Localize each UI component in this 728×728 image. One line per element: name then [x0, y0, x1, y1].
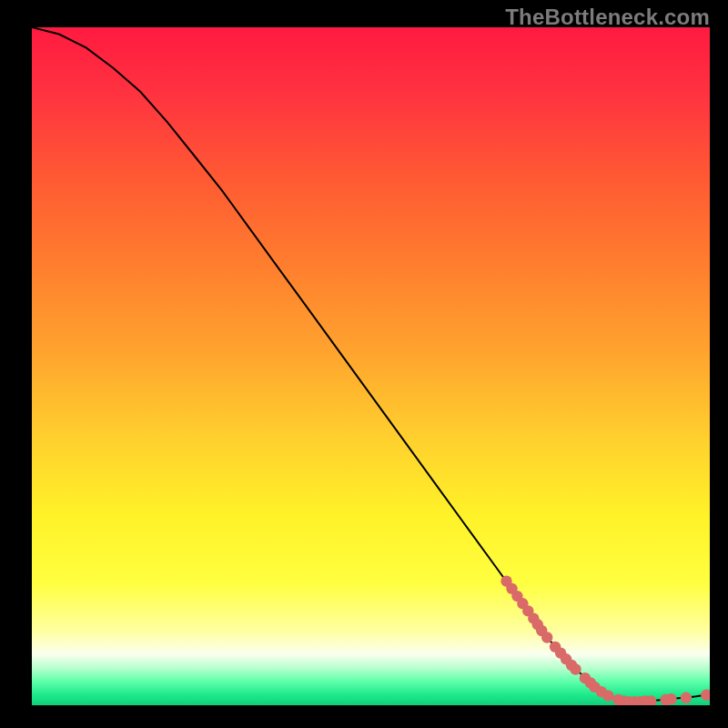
marker-point: [602, 690, 613, 701]
marker-point: [570, 663, 581, 674]
marker-point: [701, 690, 710, 701]
marker-point: [681, 693, 692, 703]
marker-point: [665, 693, 676, 704]
chart-container: TheBottleneck.com: [0, 0, 728, 728]
bottleneck-curve: [32, 27, 710, 702]
chart-overlay: [32, 27, 710, 705]
watermark-text: TheBottleneck.com: [505, 5, 710, 30]
marker-point: [541, 632, 552, 642]
plot-area: [32, 27, 710, 705]
markers-group: [500, 576, 710, 706]
